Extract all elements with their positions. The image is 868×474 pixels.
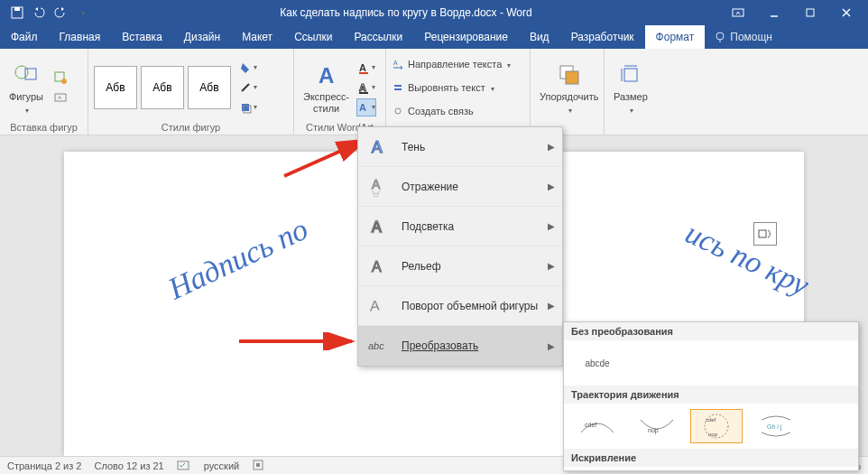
chevron-right-icon: ▶ xyxy=(548,181,555,191)
wordart-right[interactable]: ись по кру xyxy=(680,216,814,302)
svg-text:A: A xyxy=(370,296,380,313)
group-insert-label: Вставка фигур xyxy=(5,122,82,135)
shapes-icon xyxy=(12,60,41,89)
text-effects-icon[interactable]: A xyxy=(356,98,376,116)
tab-home[interactable]: Главная xyxy=(49,25,112,49)
menu-shadow[interactable]: AAТень▶ xyxy=(358,127,562,167)
tab-mailings[interactable]: Рассылки xyxy=(343,25,413,49)
maximize-icon[interactable] xyxy=(792,0,828,25)
shape-effects-icon[interactable] xyxy=(238,98,258,116)
svg-point-12 xyxy=(61,79,67,84)
shape-outline-icon[interactable] xyxy=(238,79,258,97)
tab-references[interactable]: Ссылки xyxy=(283,25,343,49)
wordart-left[interactable]: Надпись по xyxy=(163,212,313,307)
svg-text:A: A xyxy=(372,259,382,274)
undo-icon[interactable] xyxy=(29,3,49,23)
status-words[interactable]: Слово 12 из 21 xyxy=(94,460,163,471)
svg-text:abc: abc xyxy=(368,340,384,351)
menu-bevel[interactable]: AРельеф▶ xyxy=(358,246,562,286)
transform-button[interactable]: Gh i j xyxy=(750,409,802,443)
status-macro-icon[interactable] xyxy=(252,459,264,473)
redo-icon[interactable] xyxy=(51,3,70,23)
svg-text:A: A xyxy=(58,95,61,100)
svg-rect-27 xyxy=(566,71,578,84)
textbox-icon[interactable]: A xyxy=(51,88,70,107)
status-spellcheck-icon[interactable] xyxy=(177,459,191,473)
tab-design[interactable]: Дизайн xyxy=(173,25,231,49)
align-text-button[interactable]: Выровнять текст xyxy=(392,78,494,98)
transform-circle[interactable]: cdefnop xyxy=(690,409,743,443)
layout-options-icon[interactable] xyxy=(753,222,777,246)
submenu-no-transform-header: Без преобразования xyxy=(564,322,858,340)
tab-file[interactable]: Файл xyxy=(0,25,49,49)
save-icon[interactable] xyxy=(7,3,27,23)
svg-text:A: A xyxy=(359,62,366,73)
svg-rect-15 xyxy=(242,104,249,111)
shape-style-3[interactable]: Абв xyxy=(188,66,231,109)
shadow-A-icon: AA xyxy=(367,135,391,159)
menu-glow[interactable]: AAПодсветка▶ xyxy=(358,207,562,246)
transform-arch-up[interactable]: cdef xyxy=(571,409,623,443)
glow-A-icon: AA xyxy=(367,215,391,238)
minimize-icon[interactable] xyxy=(756,0,792,25)
tab-layout[interactable]: Макет xyxy=(231,25,283,49)
status-page[interactable]: Страница 2 из 2 xyxy=(7,460,81,471)
chevron-right-icon: ▶ xyxy=(548,261,555,271)
menu-transform[interactable]: abcПреобразовать▶ xyxy=(358,326,562,366)
arrange-button[interactable]: Упорядочить xyxy=(536,59,602,116)
transform-arch-down[interactable]: nop xyxy=(631,409,683,443)
svg-text:cdef: cdef xyxy=(706,417,716,423)
menu-reflection[interactable]: AAОтражение▶ xyxy=(358,167,562,207)
svg-point-7 xyxy=(716,33,724,40)
menu-3d-rotation[interactable]: AПоворот объемной фигуры▶ xyxy=(358,286,562,326)
svg-point-9 xyxy=(15,66,28,79)
shape-style-1[interactable]: Абв xyxy=(94,66,137,109)
shapes-button[interactable]: Фигуры xyxy=(5,59,47,116)
svg-rect-25 xyxy=(394,88,402,90)
tab-review[interactable]: Рецензирование xyxy=(413,25,519,49)
edit-shape-icon[interactable] xyxy=(51,69,70,87)
text-direction-button[interactable]: AНаправление текста xyxy=(392,54,511,74)
shape-fill-icon[interactable] xyxy=(238,59,258,77)
svg-rect-24 xyxy=(394,85,402,87)
transform-none[interactable]: abcde xyxy=(571,346,623,380)
svg-rect-1 xyxy=(14,7,20,11)
text-outline-icon[interactable]: A xyxy=(356,79,376,97)
svg-rect-4 xyxy=(807,9,814,16)
align-text-icon xyxy=(392,81,404,94)
chevron-right-icon: ▶ xyxy=(548,142,555,152)
qat-customize-icon[interactable] xyxy=(72,3,92,23)
tab-insert[interactable]: Вставка xyxy=(111,25,173,49)
svg-text:A: A xyxy=(372,188,381,198)
status-language[interactable]: русский xyxy=(204,460,239,471)
svg-rect-19 xyxy=(359,72,368,74)
tab-developer[interactable]: Разработчик xyxy=(560,25,645,49)
chevron-right-icon: ▶ xyxy=(548,301,555,311)
size-icon xyxy=(616,60,645,89)
shape-style-2[interactable]: Абв xyxy=(141,66,184,109)
arrange-icon xyxy=(555,60,584,89)
bulb-icon xyxy=(714,31,726,43)
ribbon-tabs: Файл Главная Вставка Дизайн Макет Ссылки… xyxy=(0,25,868,49)
text-fill-icon[interactable]: A xyxy=(356,59,376,77)
svg-rect-28 xyxy=(624,69,637,81)
svg-text:A: A xyxy=(393,60,398,66)
tab-view[interactable]: Вид xyxy=(519,25,560,49)
svg-rect-52 xyxy=(256,463,260,467)
submenu-warp-header: Искривление xyxy=(564,449,858,467)
svg-text:cdef: cdef xyxy=(585,422,596,428)
svg-rect-10 xyxy=(25,69,36,79)
svg-text:A: A xyxy=(359,102,366,113)
bevel-A-icon: A xyxy=(367,255,391,278)
create-link-button[interactable]: Создать связь xyxy=(392,101,474,121)
ribbon-options-icon[interactable] xyxy=(720,0,756,25)
ribbon: Фигуры A Вставка фигур Абв Абв Абв Стили… xyxy=(0,49,868,135)
wordart-quick-styles[interactable]: A Экспресс- стили xyxy=(300,59,353,115)
tell-me[interactable]: Помощн xyxy=(705,25,781,49)
close-icon[interactable] xyxy=(828,0,864,25)
window-title: Как сделать надпись по кругу в Ворде.doc… xyxy=(92,6,720,19)
reflection-A-icon: AA xyxy=(367,175,391,199)
tab-format[interactable]: Формат xyxy=(645,25,706,49)
text-effects-dropdown: AAТень▶ AAОтражение▶ AAПодсветка▶ AРелье… xyxy=(357,126,563,367)
size-button[interactable]: Размер xyxy=(610,59,651,116)
